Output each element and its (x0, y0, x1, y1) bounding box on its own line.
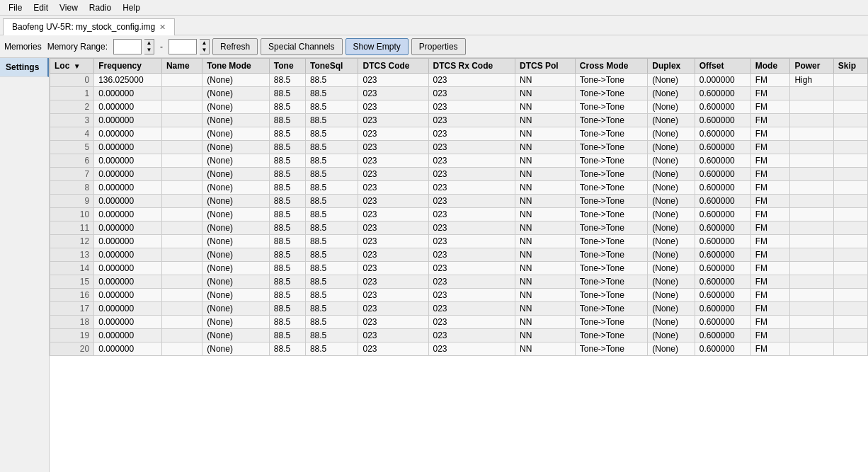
table-row[interactable]: 60.000000(None)88.588.5023023NNTone->Ton… (50, 154, 868, 168)
table-cell: 88.5 (305, 343, 358, 356)
table-cell: 0.000000 (94, 316, 162, 329)
table-cell: 0.600000 (695, 262, 750, 275)
table-cell: 1 (50, 87, 94, 100)
menu-file[interactable]: File (3, 1, 28, 14)
table-cell (833, 235, 867, 248)
table-row[interactable]: 80.000000(None)88.588.5023023NNTone->Ton… (50, 181, 868, 195)
col-header-mode[interactable]: Mode (750, 59, 790, 74)
col-header-frequency[interactable]: Frequency (94, 59, 162, 74)
table-cell: 0.000000 (94, 262, 162, 275)
table-row[interactable]: 100.000000(None)88.588.5023023NNTone->To… (50, 208, 868, 221)
col-header-name[interactable]: Name (161, 59, 202, 74)
table-row[interactable]: 150.000000(None)88.588.5023023NNTone->To… (50, 275, 868, 289)
table-cell (833, 100, 867, 114)
table-cell: 88.5 (269, 181, 305, 195)
table-cell: (None) (202, 127, 270, 141)
table-cell: 023 (428, 302, 515, 316)
table-row[interactable]: 20.000000(None)88.588.5023023NNTone->Ton… (50, 100, 868, 114)
table-row[interactable]: 10.000000(None)88.588.5023023NNTone->Ton… (50, 87, 868, 100)
table-cell: NN (515, 154, 575, 168)
menu-view[interactable]: View (54, 1, 84, 14)
col-header-skip[interactable]: Skip (833, 59, 867, 74)
memory-range-from-spinner[interactable]: ▲ ▼ (144, 39, 154, 54)
col-header-tone-mode[interactable]: Tone Mode (202, 59, 270, 74)
memory-range-to[interactable] (169, 39, 197, 54)
table-cell: 88.5 (305, 248, 358, 262)
col-header-duplex[interactable]: Duplex (648, 59, 695, 74)
col-header-dtcs-code[interactable]: DTCS Code (358, 59, 428, 74)
table-cell (161, 235, 202, 248)
col-header-dtcs-pol[interactable]: DTCS Pol (515, 59, 575, 74)
table-cell (161, 316, 202, 329)
menu-radio[interactable]: Radio (84, 1, 117, 14)
col-header-offset[interactable]: Offset (695, 59, 750, 74)
table-cell: 0.000000 (94, 195, 162, 208)
col-header-power[interactable]: Power (790, 59, 833, 74)
table-cell: 88.5 (305, 289, 358, 302)
special-channels-button[interactable]: Special Channels (261, 38, 342, 55)
table-cell: 88.5 (269, 316, 305, 329)
table-cell: 88.5 (269, 248, 305, 262)
table-cell: 0.600000 (695, 114, 750, 127)
table-cell (161, 87, 202, 100)
table-cell: 4 (50, 127, 94, 141)
table-cell: 3 (50, 114, 94, 127)
col-header-dtcs-rx-code[interactable]: DTCS Rx Code (428, 59, 515, 74)
table-cell (161, 154, 202, 168)
table-row[interactable]: 90.000000(None)88.588.5023023NNTone->Ton… (50, 195, 868, 208)
table-row[interactable]: 0136.025000(None)88.588.5023023NNTone->T… (50, 74, 868, 87)
table-cell (833, 154, 867, 168)
table-cell: 19 (50, 329, 94, 343)
properties-button[interactable]: Properties (411, 38, 466, 55)
col-header-cross-mode[interactable]: Cross Mode (575, 59, 647, 74)
table-row[interactable]: 130.000000(None)88.588.5023023NNTone->To… (50, 248, 868, 262)
table-cell (790, 141, 833, 154)
spin-down2-icon[interactable]: ▼ (200, 47, 209, 54)
table-row[interactable]: 140.000000(None)88.588.5023023NNTone->To… (50, 262, 868, 275)
tab-main[interactable]: Baofeng UV-5R: my_stock_config.img ✕ (3, 18, 175, 35)
tab-close-icon[interactable]: ✕ (159, 23, 166, 32)
col-header-loc[interactable]: Loc ▼ (50, 59, 94, 74)
table-row[interactable]: 190.000000(None)88.588.5023023NNTone->To… (50, 329, 868, 343)
table-row[interactable]: 50.000000(None)88.588.5023023NNTone->Ton… (50, 141, 868, 154)
table-cell: 88.5 (305, 316, 358, 329)
table-container[interactable]: Loc ▼ Frequency Name Tone Mode Tone Tone… (50, 58, 868, 472)
table-row[interactable]: 180.000000(None)88.588.5023023NNTone->To… (50, 316, 868, 329)
table-row[interactable]: 70.000000(None)88.588.5023023NNTone->Ton… (50, 168, 868, 181)
table-cell (833, 248, 867, 262)
menu-help[interactable]: Help (117, 1, 146, 14)
table-cell (161, 127, 202, 141)
table-cell: (None) (648, 100, 695, 114)
table-row[interactable]: 200.000000(None)88.588.5023023NNTone->To… (50, 343, 868, 356)
col-header-tone[interactable]: Tone (269, 59, 305, 74)
table-cell: 88.5 (305, 114, 358, 127)
table-cell: 023 (358, 343, 428, 356)
refresh-button[interactable]: Refresh (212, 38, 258, 55)
table-cell: (None) (202, 235, 270, 248)
memory-range-to-spinner[interactable]: ▲ ▼ (200, 39, 210, 54)
table-row[interactable]: 160.000000(None)88.588.5023023NNTone->To… (50, 289, 868, 302)
table-row[interactable]: 120.000000(None)88.588.5023023NNTone->To… (50, 235, 868, 248)
show-empty-button[interactable]: Show Empty (346, 38, 409, 55)
table-cell: FM (750, 87, 790, 100)
table-row[interactable]: 110.000000(None)88.588.5023023NNTone->To… (50, 221, 868, 235)
table-row[interactable]: 40.000000(None)88.588.5023023NNTone->Ton… (50, 127, 868, 141)
table-row[interactable]: 30.000000(None)88.588.5023023NNTone->Ton… (50, 114, 868, 127)
table-cell (161, 195, 202, 208)
table-cell: NN (515, 221, 575, 235)
table-cell: 88.5 (305, 74, 358, 87)
memory-range-from[interactable] (113, 39, 142, 54)
spin-up-icon[interactable]: ▲ (144, 40, 154, 47)
menubar: File Edit View Radio Help (0, 0, 868, 16)
table-cell (161, 141, 202, 154)
table-row[interactable]: 170.000000(None)88.588.5023023NNTone->To… (50, 302, 868, 316)
sidebar-item-settings[interactable]: Settings (0, 58, 49, 77)
spin-down-icon[interactable]: ▼ (144, 47, 154, 54)
table-cell: NN (515, 114, 575, 127)
col-header-tone-sql[interactable]: ToneSql (305, 59, 358, 74)
table-cell: Tone->Tone (575, 141, 647, 154)
spin-up2-icon[interactable]: ▲ (200, 40, 209, 47)
table-cell: 0.600000 (695, 87, 750, 100)
menu-edit[interactable]: Edit (28, 1, 54, 14)
table-cell: 88.5 (305, 329, 358, 343)
